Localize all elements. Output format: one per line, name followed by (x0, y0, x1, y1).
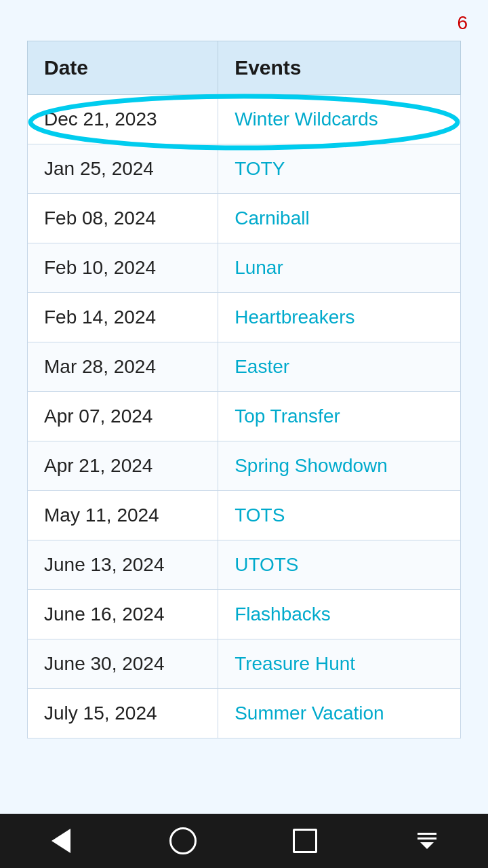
date-cell: Feb 10, 2024 (28, 243, 218, 293)
date-cell: June 30, 2024 (28, 639, 218, 689)
back-button[interactable] (41, 821, 81, 861)
events-table: Date Events Dec 21, 2023Winter Wildcards… (27, 41, 461, 738)
table-row: Apr 21, 2024Spring Showdown (28, 441, 461, 491)
table-row: June 16, 2024Flashbacks (28, 590, 461, 639)
event-cell[interactable]: Treasure Hunt (218, 639, 461, 689)
home-button[interactable] (163, 821, 203, 861)
table-row-highlighted: Jan 25, 2024TOTY (28, 144, 461, 194)
event-cell[interactable]: TOTY (218, 144, 461, 194)
table-row: Dec 21, 2023Winter Wildcards (28, 95, 461, 144)
date-cell: Jan 25, 2024 (28, 144, 218, 194)
menu-button[interactable] (407, 821, 447, 861)
date-cell: May 11, 2024 (28, 491, 218, 540)
date-cell: July 15, 2024 (28, 689, 218, 738)
table-row: Feb 14, 2024Heartbreakers (28, 293, 461, 342)
event-cell[interactable]: Top Transfer (218, 392, 461, 441)
date-cell: June 13, 2024 (28, 540, 218, 590)
event-cell[interactable]: Flashbacks (218, 590, 461, 639)
event-cell[interactable]: Easter (218, 342, 461, 392)
table-row: Feb 10, 2024Lunar (28, 243, 461, 293)
date-cell: June 16, 2024 (28, 590, 218, 639)
event-cell[interactable]: Winter Wildcards (218, 95, 461, 144)
event-cell[interactable]: Heartbreakers (218, 293, 461, 342)
table-row: June 30, 2024Treasure Hunt (28, 639, 461, 689)
date-cell: Apr 21, 2024 (28, 441, 218, 491)
table-container: Date Events Dec 21, 2023Winter Wildcards… (27, 41, 461, 738)
date-cell: Mar 28, 2024 (28, 342, 218, 392)
date-cell: Apr 07, 2024 (28, 392, 218, 441)
date-cell: Feb 08, 2024 (28, 194, 218, 243)
event-cell[interactable]: TOTS (218, 491, 461, 540)
table-row: Mar 28, 2024Easter (28, 342, 461, 392)
date-cell: Dec 21, 2023 (28, 95, 218, 144)
table-header-row: Date Events (28, 41, 461, 95)
bottom-nav (0, 814, 488, 868)
table-row: May 11, 2024TOTS (28, 491, 461, 540)
event-cell[interactable]: Lunar (218, 243, 461, 293)
event-cell[interactable]: Spring Showdown (218, 441, 461, 491)
table-row: Apr 07, 2024Top Transfer (28, 392, 461, 441)
event-cell[interactable]: Carniball (218, 194, 461, 243)
date-column-header: Date (28, 41, 218, 95)
date-cell: Feb 14, 2024 (28, 293, 218, 342)
recent-button[interactable] (285, 821, 325, 861)
event-cell[interactable]: Summer Vacation (218, 689, 461, 738)
table-row: July 15, 2024Summer Vacation (28, 689, 461, 738)
table-row: Feb 08, 2024Carniball (28, 194, 461, 243)
page-number: 6 (457, 12, 468, 34)
table-row: June 13, 2024UTOTS (28, 540, 461, 590)
event-cell[interactable]: UTOTS (218, 540, 461, 590)
events-column-header: Events (218, 41, 461, 95)
